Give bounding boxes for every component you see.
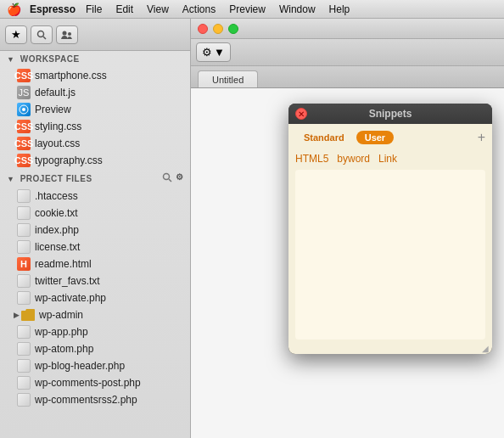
sidebar-toolbar: ★ [0, 19, 190, 51]
menu-view[interactable]: View [147, 3, 169, 15]
file-smartphone-css[interactable]: CSS smartphone.css [0, 67, 190, 84]
tab-untitled[interactable]: Untitled [198, 70, 258, 87]
preview-icon [17, 103, 31, 116]
project-files-label: ▼ PROJECT FILES [7, 174, 92, 183]
css-icon-3: CSS [17, 137, 31, 150]
file-icon-wp-app [17, 325, 31, 339]
svg-point-0 [38, 31, 44, 36]
snippets-close-icon: ✕ [298, 110, 305, 119]
main-content: ⚙ ▼ Untitled ✕ Snippets Standard User + [191, 19, 504, 438]
snippets-tags: HTML5 byword Link [295, 151, 485, 166]
svg-point-2 [63, 31, 67, 35]
css-icon-2: CSS [17, 120, 31, 133]
file-styling-css[interactable]: CSS styling.css [0, 118, 190, 135]
minimize-button[interactable] [213, 24, 223, 34]
file-icon-wp-commentsrss2 [17, 393, 31, 407]
close-button[interactable] [198, 24, 208, 34]
snippets-tab-bar: Standard User + [295, 131, 485, 144]
svg-point-5 [22, 108, 25, 111]
snippets-close-button[interactable]: ✕ [295, 108, 307, 120]
svg-line-7 [169, 179, 171, 182]
workspace-header: ▼ WORKSPACE [0, 51, 190, 67]
user-button[interactable] [56, 25, 78, 44]
editor-titlebar [191, 19, 504, 39]
file-htaccess[interactable]: .htaccess [0, 188, 190, 205]
person-icon [61, 30, 73, 40]
project-gear-icon[interactable]: ⚙ [176, 172, 184, 184]
snippets-title: Snippets [369, 108, 412, 120]
menu-help[interactable]: Help [329, 3, 350, 15]
file-icon-wp-blog [17, 359, 31, 373]
svg-line-1 [43, 36, 46, 39]
file-wp-activate[interactable]: wp-activate.php [0, 289, 190, 306]
workspace-triangle[interactable]: ▼ [7, 55, 14, 64]
workspace-label: ▼ WORKSPACE [7, 54, 80, 64]
project-search-icon[interactable] [162, 172, 172, 184]
folder-triangle: ▶ [14, 311, 20, 319]
apple-menu[interactable]: 🍎 [7, 3, 21, 16]
app-container: ★ ▼ WORKSPACE [0, 19, 504, 438]
folder-wp-admin[interactable]: ▶ wp-admin [0, 306, 190, 323]
resize-handle[interactable]: ◢ [482, 344, 490, 352]
gear-dropdown-arrow: ▼ [214, 46, 225, 59]
file-wp-comments-post[interactable]: wp-comments-post.php [0, 374, 190, 391]
file-icon-readme: H [17, 257, 31, 271]
file-index-php[interactable]: index.php [0, 222, 190, 239]
css-icon-4: CSS [17, 154, 31, 167]
menu-actions[interactable]: Actions [182, 3, 216, 15]
sidebar: ★ ▼ WORKSPACE [0, 19, 191, 438]
star-button[interactable]: ★ [5, 25, 27, 44]
snippet-tab-user[interactable]: User [356, 131, 394, 144]
file-icon-cookie [17, 206, 31, 220]
file-wp-atom-php[interactable]: wp-atom.php [0, 340, 190, 357]
maximize-button[interactable] [228, 24, 238, 34]
app-name[interactable]: Espresso [30, 3, 76, 15]
file-default-js[interactable]: JS default.js [0, 84, 190, 101]
snippet-tag-link[interactable]: Link [378, 153, 397, 165]
js-icon: JS [17, 86, 31, 99]
css-icon: CSS [17, 69, 31, 82]
menu-window[interactable]: Window [279, 3, 316, 15]
svg-point-6 [163, 174, 169, 180]
menu-file[interactable]: File [86, 3, 102, 15]
file-wp-app-php[interactable]: wp-app.php [0, 323, 190, 340]
file-readme-html[interactable]: H readme.html [0, 256, 190, 272]
snippet-tab-standard[interactable]: Standard [295, 131, 353, 144]
file-license-txt[interactable]: license.txt [0, 239, 190, 256]
menu-edit[interactable]: Edit [115, 3, 133, 15]
project-files-header: ▼ PROJECT FILES ⚙ [0, 169, 190, 188]
file-preview[interactable]: Preview [0, 101, 190, 118]
file-icon-license [17, 240, 31, 254]
search-icon [36, 30, 47, 40]
menu-preview[interactable]: Preview [229, 3, 266, 15]
snippet-tag-html5[interactable]: HTML5 [295, 153, 328, 165]
file-icon-wp-atom [17, 342, 31, 356]
snippets-panel: ✕ Snippets Standard User + HTML5 byword … [288, 104, 492, 354]
folder-icon [21, 308, 35, 322]
snippets-content-area [295, 170, 485, 340]
file-wp-commentsrss2[interactable]: wp-commentsrss2.php [0, 391, 190, 408]
tabs-bar: Untitled [191, 66, 504, 88]
gear-dropdown-button[interactable]: ⚙ ▼ [196, 42, 231, 62]
search-button[interactable] [31, 25, 53, 44]
file-icon-htaccess [17, 189, 31, 203]
file-wp-blog-header[interactable]: wp-blog-header.php [0, 357, 190, 374]
gear-icon: ⚙ [202, 46, 212, 59]
snippet-add-button[interactable]: + [478, 131, 485, 144]
snippet-tag-byword[interactable]: byword [337, 153, 370, 165]
file-layout-css[interactable]: CSS layout.css [0, 135, 190, 152]
project-actions: ⚙ [162, 172, 184, 184]
project-files-triangle[interactable]: ▼ [7, 175, 14, 183]
menubar: 🍎 Espresso File Edit View Actions Previe… [0, 0, 504, 19]
file-typography-css[interactable]: CSS typography.css [0, 152, 190, 169]
file-icon-index [17, 223, 31, 237]
file-icon-twitter [17, 274, 31, 288]
editor-toolbar: ⚙ ▼ [191, 39, 504, 66]
file-icon-wp-activate [17, 291, 31, 305]
snippets-body: Standard User + HTML5 byword Link ◢ [288, 124, 492, 354]
snippets-titlebar: ✕ Snippets [288, 104, 492, 124]
svg-point-3 [68, 32, 71, 36]
file-icon-wp-comments-post [17, 376, 31, 390]
file-cookie-txt[interactable]: cookie.txt [0, 205, 190, 222]
file-twitter-favs[interactable]: twitter_favs.txt [0, 272, 190, 289]
